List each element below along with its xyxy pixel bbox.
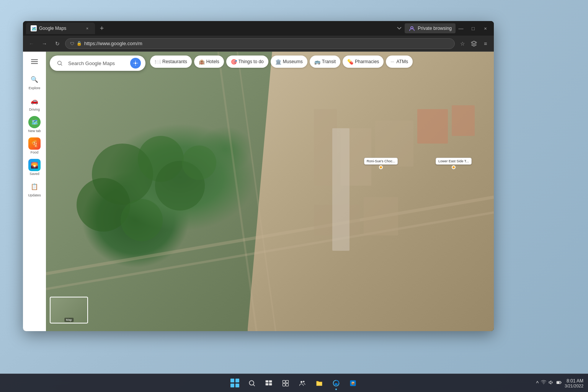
things-to-do-icon: 🎯 — [231, 59, 237, 65]
my-location-button[interactable] — [130, 58, 141, 69]
taskbar-widgets[interactable] — [278, 376, 293, 391]
chip-atms-label: ATMs — [397, 59, 408, 64]
back-button[interactable]: ← — [26, 38, 37, 49]
bookmark-button[interactable]: ☆ — [457, 38, 468, 49]
sidebar-item-saved[interactable]: 🗺️ New tab — [24, 114, 44, 134]
chip-atms[interactable]: ··· ATMs — [386, 56, 413, 68]
start-button[interactable] — [227, 376, 243, 391]
clock-time: 8:01 AM — [565, 378, 583, 384]
chip-pharmacies[interactable]: 💊 Pharmacies — [343, 56, 384, 68]
saved-icon: 🗺️ — [28, 116, 41, 128]
browser-menu-button[interactable]: ≡ — [480, 38, 491, 49]
chip-museums-label: Museums — [283, 59, 303, 64]
maps-menu-button[interactable] — [24, 55, 44, 69]
taskbar-task-view[interactable] — [261, 376, 276, 391]
taskbar-search[interactable] — [244, 376, 260, 391]
browser-window: 🗺️ Google Maps × + — [23, 21, 494, 331]
sidebar-item-app2[interactable]: 🌄 Saved — [24, 157, 44, 177]
sidebar-driving-label: Driving — [29, 108, 40, 111]
svg-point-22 — [135, 62, 137, 64]
museums-icon: 🏛️ — [275, 59, 281, 65]
clock-date: 3/21/2022 — [565, 384, 583, 388]
map-marker-2[interactable]: Lower East Side T... — [436, 158, 472, 169]
sidebar-item-explore[interactable]: 🔍 Explore — [24, 72, 44, 91]
minimize-button[interactable]: — — [456, 23, 466, 34]
battery-icon[interactable] — [556, 380, 562, 386]
sidebar-saved-label: New tab — [28, 129, 41, 133]
svg-rect-29 — [286, 380, 289, 383]
svg-rect-25 — [269, 380, 272, 382]
teams-icon — [299, 379, 306, 387]
url-text: https://www.google.com/m — [84, 41, 450, 46]
sidebar-app2-label: Saved — [29, 172, 39, 176]
maps-main: Roni-Sue's Choc... Lower East Side T... — [46, 52, 494, 331]
svg-point-21 — [58, 61, 61, 65]
chip-transit[interactable]: 🚌 Transit — [310, 56, 340, 68]
maps-search-bar[interactable]: Search Google Maps — [50, 56, 145, 71]
taskbar-teams[interactable] — [295, 376, 310, 391]
taskbar-clock[interactable]: 8:01 AM 3/21/2022 — [565, 378, 583, 388]
explore-icon: 🔍 — [28, 73, 41, 85]
taskbar-file-explorer[interactable] — [312, 376, 327, 391]
tab-bar: 🗺️ Google Maps × + — [26, 21, 394, 36]
maximize-button[interactable]: □ — [468, 23, 479, 34]
sidebar-item-app1[interactable]: 🍕 Food — [24, 136, 44, 156]
url-bar[interactable]: 🛡 🔒 https://www.google.com/m — [65, 38, 455, 49]
restaurants-icon: 🍽️ — [155, 59, 161, 65]
sidebar-explore-label: Explore — [29, 86, 41, 90]
tab-favicon: 🗺️ — [31, 25, 37, 31]
map-marker-1[interactable]: Roni-Sue's Choc... — [364, 158, 398, 169]
taskbar-store[interactable]: 📦 — [345, 376, 361, 391]
tab-close-button[interactable]: × — [84, 25, 90, 31]
svg-rect-30 — [283, 383, 286, 386]
chip-hotels[interactable]: 🏨 Hotels — [194, 56, 224, 68]
network-icon[interactable] — [541, 380, 546, 386]
private-browsing-label: Private browsing — [418, 26, 452, 31]
tab-dropdown-button[interactable] — [394, 23, 405, 34]
maps-sidebar: 🔍 Explore 🚗 Driving 🗺️ New tab 🍕 Food — [23, 52, 46, 331]
svg-rect-27 — [269, 383, 272, 385]
systray-chevron[interactable]: ^ — [536, 380, 539, 386]
search-input-placeholder: Search Google Maps — [68, 60, 127, 66]
edge-icon — [332, 379, 340, 387]
hamburger-line-1 — [31, 59, 38, 60]
browser-content: 🔍 Explore 🚗 Driving 🗺️ New tab 🍕 Food — [23, 52, 494, 331]
tab-title: Google Maps — [39, 26, 82, 31]
refresh-button[interactable]: ↻ — [52, 38, 63, 49]
taskbar-edge[interactable] — [328, 376, 344, 391]
sidebar-app3-label: Updates — [28, 193, 41, 197]
category-chips: 🍽️ Restaurants 🏨 Hotels 🎯 Things to do 🏛… — [150, 56, 413, 68]
mini-map[interactable]: Map — [50, 297, 88, 323]
sidebar-app1-label: Food — [31, 150, 39, 154]
svg-text:🗺️: 🗺️ — [31, 26, 37, 31]
taskbar-system-tray: ^ 8:01 AM 3/21/2022 — [536, 378, 583, 388]
mini-map-label: Map — [64, 318, 74, 322]
browser-tab-google-maps[interactable]: 🗺️ Google Maps × — [26, 23, 95, 34]
chip-things-to-do[interactable]: 🎯 Things to do — [226, 56, 268, 68]
window-controls: — □ × — [456, 23, 491, 34]
sidebar-item-app3[interactable]: 📋 Updates — [24, 179, 44, 199]
volume-icon[interactable] — [549, 380, 554, 386]
sidebar-item-driving[interactable]: 🚗 Driving — [24, 93, 44, 113]
systray-icons: ^ — [536, 380, 562, 386]
chip-pharmacies-label: Pharmacies — [355, 59, 379, 64]
svg-rect-40 — [557, 382, 559, 383]
close-button[interactable]: × — [480, 23, 491, 34]
marker-1-pin — [379, 165, 383, 169]
lock-icon: 🔒 — [77, 41, 82, 46]
marker-1-label: Roni-Sue's Choc... — [367, 159, 395, 163]
svg-text:📦: 📦 — [351, 381, 355, 385]
forward-button[interactable]: → — [39, 38, 50, 49]
new-tab-button[interactable]: + — [96, 23, 107, 34]
more-icon: ··· — [390, 59, 394, 64]
chip-museums[interactable]: 🏛️ Museums — [271, 56, 307, 68]
windows-logo — [230, 379, 240, 388]
file-explorer-icon — [315, 379, 323, 387]
chip-restaurants[interactable]: 🍽️ Restaurants — [150, 56, 192, 68]
search-icon — [54, 58, 65, 69]
private-browsing-icon — [408, 25, 415, 32]
svg-rect-26 — [266, 383, 269, 385]
extensions-button[interactable] — [469, 38, 479, 49]
map-satellite-view[interactable]: Roni-Sue's Choc... Lower East Side T... — [46, 52, 494, 331]
chip-transit-label: Transit — [322, 59, 336, 64]
